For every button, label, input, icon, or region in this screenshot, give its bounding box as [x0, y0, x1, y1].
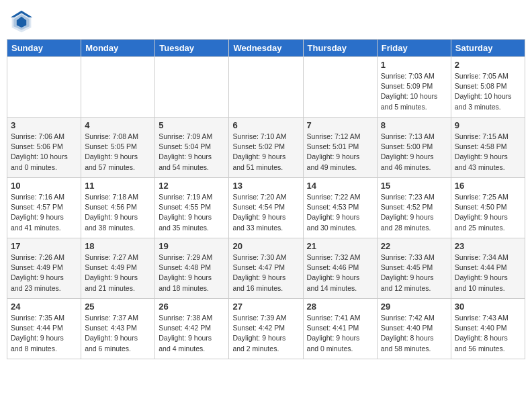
day-number: 3: [11, 120, 77, 130]
weekday-header-saturday: Saturday: [451, 40, 525, 57]
day-info: Sunrise: 7:25 AM Sunset: 4:50 PM Dayligh…: [455, 192, 521, 233]
day-info: Sunrise: 7:26 AM Sunset: 4:49 PM Dayligh…: [11, 253, 77, 293]
day-number: 16: [455, 181, 521, 191]
day-number: 28: [307, 302, 373, 312]
day-cell: [7, 57, 81, 118]
day-number: 4: [85, 120, 151, 130]
day-cell: 30Sunrise: 7:43 AM Sunset: 4:40 PM Dayli…: [451, 299, 525, 359]
day-number: 6: [232, 120, 299, 130]
day-cell: 2Sunrise: 7:05 AM Sunset: 5:08 PM Daylig…: [451, 57, 525, 118]
day-cell: 7Sunrise: 7:12 AM Sunset: 5:01 PM Daylig…: [303, 118, 377, 178]
week-row-4: 17Sunrise: 7:26 AM Sunset: 4:49 PM Dayli…: [7, 238, 525, 299]
day-number: 18: [85, 241, 151, 251]
day-info: Sunrise: 7:19 AM Sunset: 4:55 PM Dayligh…: [159, 192, 225, 233]
day-info: Sunrise: 7:43 AM Sunset: 4:40 PM Dayligh…: [455, 313, 521, 354]
day-cell: 20Sunrise: 7:30 AM Sunset: 4:47 PM Dayli…: [229, 238, 303, 299]
day-number: 29: [381, 302, 447, 312]
weekday-header-row: SundayMondayTuesdayWednesdayThursdayFrid…: [7, 40, 525, 57]
day-number: 22: [381, 241, 447, 251]
day-info: Sunrise: 7:18 AM Sunset: 4:56 PM Dayligh…: [85, 192, 151, 233]
day-number: 10: [11, 181, 77, 191]
day-cell: 5Sunrise: 7:09 AM Sunset: 5:04 PM Daylig…: [155, 118, 229, 178]
day-info: Sunrise: 7:42 AM Sunset: 4:40 PM Dayligh…: [381, 313, 447, 354]
weekday-header-friday: Friday: [377, 40, 451, 57]
day-info: Sunrise: 7:20 AM Sunset: 4:54 PM Dayligh…: [232, 192, 299, 233]
day-number: 24: [11, 302, 77, 312]
day-cell: 8Sunrise: 7:13 AM Sunset: 5:00 PM Daylig…: [377, 118, 451, 178]
day-cell: 15Sunrise: 7:23 AM Sunset: 4:52 PM Dayli…: [377, 178, 451, 238]
day-info: Sunrise: 7:33 AM Sunset: 4:45 PM Dayligh…: [381, 253, 447, 293]
day-info: Sunrise: 7:12 AM Sunset: 5:01 PM Dayligh…: [307, 132, 373, 173]
day-info: Sunrise: 7:39 AM Sunset: 4:42 PM Dayligh…: [232, 313, 299, 354]
day-cell: 13Sunrise: 7:20 AM Sunset: 4:54 PM Dayli…: [229, 178, 303, 238]
day-info: Sunrise: 7:27 AM Sunset: 4:49 PM Dayligh…: [85, 253, 151, 293]
day-number: 14: [307, 181, 373, 191]
day-number: 5: [159, 120, 225, 130]
day-number: 12: [159, 181, 225, 191]
day-number: 23: [455, 241, 521, 251]
weekday-header-wednesday: Wednesday: [229, 40, 303, 57]
day-info: Sunrise: 7:35 AM Sunset: 4:44 PM Dayligh…: [11, 313, 77, 354]
day-info: Sunrise: 7:09 AM Sunset: 5:04 PM Dayligh…: [159, 132, 225, 173]
day-number: 2: [455, 60, 521, 70]
day-info: Sunrise: 7:22 AM Sunset: 4:53 PM Dayligh…: [307, 192, 373, 233]
weekday-header-monday: Monday: [81, 40, 155, 57]
logo-icon: [9, 9, 34, 34]
day-number: 27: [232, 302, 299, 312]
day-number: 1: [381, 60, 447, 70]
logo: [9, 9, 36, 34]
day-info: Sunrise: 7:29 AM Sunset: 4:48 PM Dayligh…: [159, 253, 225, 293]
day-number: 21: [307, 241, 373, 251]
week-row-1: 1Sunrise: 7:03 AM Sunset: 5:09 PM Daylig…: [7, 57, 525, 118]
day-info: Sunrise: 7:41 AM Sunset: 4:41 PM Dayligh…: [307, 313, 373, 354]
day-cell: [81, 57, 155, 118]
day-cell: 27Sunrise: 7:39 AM Sunset: 4:42 PM Dayli…: [229, 299, 303, 359]
day-cell: 14Sunrise: 7:22 AM Sunset: 4:53 PM Dayli…: [303, 178, 377, 238]
day-cell: 9Sunrise: 7:15 AM Sunset: 4:58 PM Daylig…: [451, 118, 525, 178]
day-info: Sunrise: 7:34 AM Sunset: 4:44 PM Dayligh…: [455, 253, 521, 293]
day-cell: 3Sunrise: 7:06 AM Sunset: 5:06 PM Daylig…: [7, 118, 81, 178]
day-info: Sunrise: 7:32 AM Sunset: 4:46 PM Dayligh…: [307, 253, 373, 293]
day-info: Sunrise: 7:30 AM Sunset: 4:47 PM Dayligh…: [232, 253, 299, 293]
weekday-header-sunday: Sunday: [7, 40, 81, 57]
day-cell: 12Sunrise: 7:19 AM Sunset: 4:55 PM Dayli…: [155, 178, 229, 238]
day-number: 9: [455, 120, 521, 130]
day-number: 8: [381, 120, 447, 130]
day-cell: 25Sunrise: 7:37 AM Sunset: 4:43 PM Dayli…: [81, 299, 155, 359]
day-cell: 19Sunrise: 7:29 AM Sunset: 4:48 PM Dayli…: [155, 238, 229, 299]
page-header: [7, 7, 525, 34]
day-cell: 26Sunrise: 7:38 AM Sunset: 4:42 PM Dayli…: [155, 299, 229, 359]
calendar-table: SundayMondayTuesdayWednesdayThursdayFrid…: [7, 39, 525, 359]
day-number: 15: [381, 181, 447, 191]
day-number: 20: [232, 241, 299, 251]
day-cell: 1Sunrise: 7:03 AM Sunset: 5:09 PM Daylig…: [377, 57, 451, 118]
day-cell: 10Sunrise: 7:16 AM Sunset: 4:57 PM Dayli…: [7, 178, 81, 238]
day-cell: 6Sunrise: 7:10 AM Sunset: 5:02 PM Daylig…: [229, 118, 303, 178]
day-cell: [303, 57, 377, 118]
day-cell: 22Sunrise: 7:33 AM Sunset: 4:45 PM Dayli…: [377, 238, 451, 299]
day-cell: 29Sunrise: 7:42 AM Sunset: 4:40 PM Dayli…: [377, 299, 451, 359]
day-number: 25: [85, 302, 151, 312]
day-number: 13: [232, 181, 299, 191]
day-number: 19: [159, 241, 225, 251]
day-number: 7: [307, 120, 373, 130]
day-info: Sunrise: 7:10 AM Sunset: 5:02 PM Dayligh…: [232, 132, 299, 173]
day-info: Sunrise: 7:06 AM Sunset: 5:06 PM Dayligh…: [11, 132, 77, 173]
day-cell: 24Sunrise: 7:35 AM Sunset: 4:44 PM Dayli…: [7, 299, 81, 359]
day-info: Sunrise: 7:37 AM Sunset: 4:43 PM Dayligh…: [85, 313, 151, 354]
day-info: Sunrise: 7:38 AM Sunset: 4:42 PM Dayligh…: [159, 313, 225, 354]
day-info: Sunrise: 7:03 AM Sunset: 5:09 PM Dayligh…: [381, 71, 447, 112]
day-info: Sunrise: 7:08 AM Sunset: 5:05 PM Dayligh…: [85, 132, 151, 173]
week-row-3: 10Sunrise: 7:16 AM Sunset: 4:57 PM Dayli…: [7, 178, 525, 238]
day-info: Sunrise: 7:13 AM Sunset: 5:00 PM Dayligh…: [381, 132, 447, 173]
day-number: 26: [159, 302, 225, 312]
day-info: Sunrise: 7:05 AM Sunset: 5:08 PM Dayligh…: [455, 71, 521, 112]
day-number: 30: [455, 302, 521, 312]
day-cell: 17Sunrise: 7:26 AM Sunset: 4:49 PM Dayli…: [7, 238, 81, 299]
day-cell: 23Sunrise: 7:34 AM Sunset: 4:44 PM Dayli…: [451, 238, 525, 299]
day-info: Sunrise: 7:23 AM Sunset: 4:52 PM Dayligh…: [381, 192, 447, 233]
day-cell: 4Sunrise: 7:08 AM Sunset: 5:05 PM Daylig…: [81, 118, 155, 178]
day-cell: 28Sunrise: 7:41 AM Sunset: 4:41 PM Dayli…: [303, 299, 377, 359]
week-row-5: 24Sunrise: 7:35 AM Sunset: 4:44 PM Dayli…: [7, 299, 525, 359]
day-info: Sunrise: 7:16 AM Sunset: 4:57 PM Dayligh…: [11, 192, 77, 233]
